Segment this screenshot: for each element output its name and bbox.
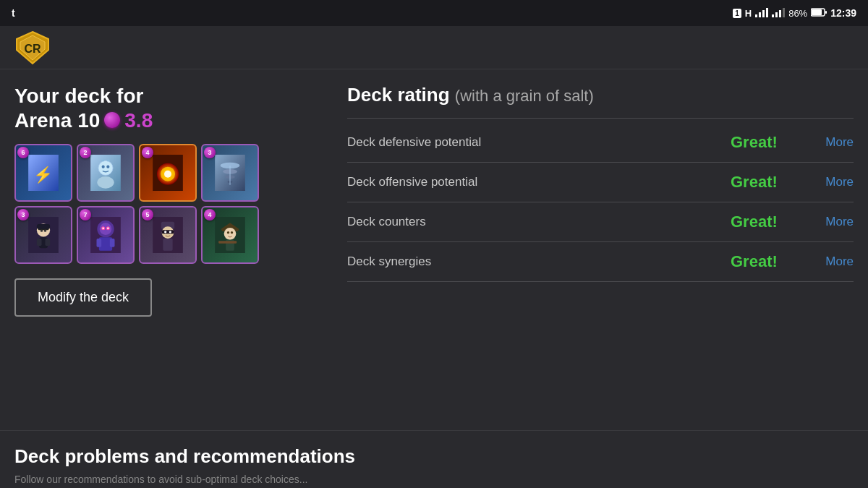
card-musketeer[interactable]: 4 xyxy=(201,206,259,264)
battery-icon xyxy=(811,8,827,19)
status-bar: t 1 H 86% xyxy=(0,0,868,26)
svg-point-48 xyxy=(107,228,109,230)
rating-row-offensive: Deck offensive potential Great! More xyxy=(347,163,854,202)
offensive-value: Great! xyxy=(731,173,788,192)
rating-row-synergies: Deck synergies Great! More xyxy=(347,242,854,282)
app-indicator: t xyxy=(12,7,15,19)
svg-point-47 xyxy=(102,228,104,230)
svg-rect-9 xyxy=(812,9,822,15)
svg-point-61 xyxy=(227,231,229,234)
svg-rect-5 xyxy=(775,12,778,17)
notification-badge: 1 xyxy=(733,9,741,18)
rating-row-counters: Deck counters Great! More xyxy=(347,202,854,242)
svg-rect-6 xyxy=(779,10,781,17)
svg-text:⚡: ⚡ xyxy=(34,165,54,184)
svg-point-37 xyxy=(44,230,46,232)
svg-rect-0 xyxy=(755,14,757,17)
status-icons: 1 H 86% 12:39 xyxy=(733,7,856,20)
svg-point-62 xyxy=(231,231,233,234)
svg-rect-50 xyxy=(97,239,102,247)
card-tornado[interactable]: 3 xyxy=(201,144,259,202)
svg-rect-55 xyxy=(162,231,174,234)
problems-subtitle: Follow our recommendations to avoid sub-… xyxy=(14,474,854,485)
counters-more-button[interactable]: More xyxy=(817,215,854,229)
synergies-label: Deck synergies xyxy=(347,254,731,269)
battery-pct: 86% xyxy=(788,8,807,19)
synergies-value: Great! xyxy=(731,252,788,271)
problems-title: Deck problems and recommendations xyxy=(14,445,854,468)
card-ice-golem[interactable]: 2 xyxy=(77,144,135,202)
offensive-label: Deck offensive potential xyxy=(347,175,731,189)
svg-rect-41 xyxy=(46,239,51,246)
time-display: 12:39 xyxy=(830,7,856,19)
svg-point-17 xyxy=(98,161,113,176)
svg-rect-21 xyxy=(107,160,110,162)
deck-title: Your deck for Arena 10 3.8 xyxy=(14,84,318,132)
svg-rect-1 xyxy=(759,12,761,17)
offensive-more-button[interactable]: More xyxy=(817,175,854,189)
main-content: Your deck for Arena 10 3.8 6 xyxy=(0,69,868,430)
svg-point-22 xyxy=(97,176,114,189)
defensive-label: Deck defensive potential xyxy=(347,135,731,150)
svg-rect-4 xyxy=(772,14,774,17)
gem-icon xyxy=(104,112,120,128)
modify-deck-button[interactable]: Modify the deck xyxy=(14,278,152,317)
svg-rect-40 xyxy=(37,239,42,246)
svg-point-26 xyxy=(164,171,171,178)
h-indicator: H xyxy=(745,8,752,19)
svg-rect-10 xyxy=(825,11,827,14)
svg-rect-38 xyxy=(37,224,50,229)
svg-point-44 xyxy=(100,223,112,236)
bottom-section: Deck problems and recommendations Follow… xyxy=(0,430,868,485)
svg-rect-2 xyxy=(762,10,765,17)
logo-area: CR xyxy=(0,26,868,69)
svg-rect-3 xyxy=(766,8,768,17)
arena-rating: Arena 10 3.8 xyxy=(14,108,153,133)
card-grid: 6 ⚡ 2 xyxy=(14,144,318,264)
left-panel: Your deck for Arena 10 3.8 6 xyxy=(14,84,318,416)
right-panel: Deck rating (with a grain of salt) Deck … xyxy=(347,84,854,416)
signal-bars-2 xyxy=(772,7,785,20)
card-bandit[interactable]: 3 xyxy=(14,206,72,264)
synergies-more-button[interactable]: More xyxy=(817,254,854,269)
svg-point-18 xyxy=(102,166,105,168)
svg-rect-51 xyxy=(110,239,115,247)
card-pekka[interactable]: 7 xyxy=(77,206,135,264)
card-fireball[interactable]: 4 xyxy=(139,144,197,202)
defensive-more-button[interactable]: More xyxy=(817,135,854,150)
rating-row-defensive: Deck defensive potential Great! More xyxy=(347,123,854,163)
logo-icon: CR xyxy=(14,30,51,66)
svg-rect-64 xyxy=(218,241,237,244)
rating-divider xyxy=(347,118,854,119)
svg-point-60 xyxy=(224,228,237,240)
signal-bars-1 xyxy=(755,7,768,20)
counters-value: Great! xyxy=(731,213,788,231)
svg-rect-58 xyxy=(163,239,172,251)
svg-point-56 xyxy=(164,231,166,233)
svg-point-19 xyxy=(106,166,109,168)
svg-rect-20 xyxy=(101,160,104,162)
svg-point-36 xyxy=(41,230,43,232)
rating-subtitle: (with a grain of salt) xyxy=(455,87,594,105)
card-lightning[interactable]: 6 ⚡ xyxy=(14,144,72,202)
card-executioner[interactable]: 5 xyxy=(139,206,197,264)
rating-title: Deck rating (with a grain of salt) xyxy=(347,84,854,106)
defensive-value: Great! xyxy=(731,133,788,152)
deck-rating-number: 3.8 xyxy=(124,108,153,133)
counters-label: Deck counters xyxy=(347,215,731,229)
svg-rect-7 xyxy=(783,8,785,17)
svg-point-57 xyxy=(169,231,171,233)
svg-text:CR: CR xyxy=(24,43,41,55)
